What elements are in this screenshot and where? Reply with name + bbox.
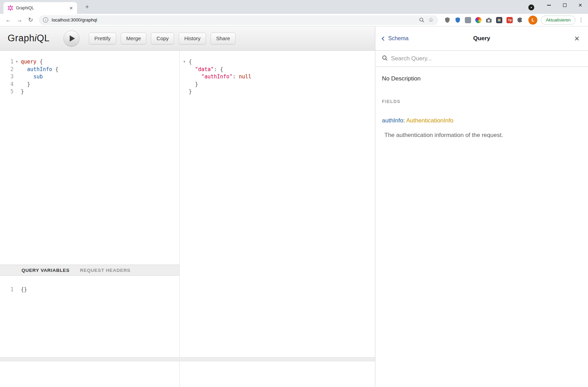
- field-name-link[interactable]: authInfo: [382, 117, 403, 124]
- pinwheel-extension-icon[interactable]: [475, 17, 482, 24]
- url-text: localhost:3000/graphql: [52, 17, 417, 23]
- line-number: 1: [0, 58, 14, 66]
- tp-extension-icon[interactable]: Tp: [506, 17, 513, 24]
- close-window-button[interactable]: ✕: [572, 0, 588, 10]
- code-line: "authInfo": null: [189, 73, 375, 81]
- zoom-icon[interactable]: [417, 16, 426, 25]
- result-fold-arrow-icon[interactable]: ▼: [183, 60, 186, 63]
- merge-button[interactable]: Merge: [121, 33, 147, 44]
- extensions-row: Tp: [444, 17, 523, 24]
- dark-extension-icon[interactable]: [496, 17, 503, 24]
- doc-explorer-header: Schema Query ✕: [375, 26, 588, 51]
- field-type-link[interactable]: AuthenticationInfo: [406, 117, 453, 124]
- minimize-button[interactable]: [541, 0, 557, 10]
- puzzle-extensions-menu-icon[interactable]: [517, 17, 523, 24]
- code-line: {: [189, 58, 375, 66]
- line-number: 4: [0, 81, 14, 88]
- browser-tab[interactable]: GraphiQL ✕: [3, 2, 77, 14]
- browser-menu-kebab-icon[interactable]: ⋮: [577, 15, 585, 25]
- doc-explorer-panel: Schema Query ✕ No Description FIELDS aut…: [375, 26, 588, 387]
- copy-button[interactable]: Copy: [151, 33, 174, 44]
- graphiql-main: 12345 query { authInfo { sub }} ▼ QUERY …: [0, 51, 375, 387]
- browser-navbar: ← → ↻ i localhost:3000/graphql ☆: [0, 14, 588, 26]
- blue-shield-extension-icon[interactable]: [454, 17, 461, 24]
- tab-strip: GraphiQL ✕ + ▾ ✕: [0, 0, 588, 14]
- forward-icon[interactable]: →: [15, 15, 24, 25]
- field-separator: :: [403, 117, 406, 124]
- maximize-button[interactable]: [557, 0, 572, 10]
- query-editor[interactable]: 12345 query { authInfo { sub }} ▼: [0, 51, 179, 265]
- code-line: sub: [21, 73, 58, 81]
- tab-title: GraphiQL: [16, 6, 68, 10]
- url-bar[interactable]: i localhost:3000/graphql ☆: [39, 15, 438, 25]
- code-line: {}: [21, 286, 27, 294]
- doc-back-label: Schema: [388, 35, 409, 42]
- query-editor-column: 12345 query { authInfo { sub }} ▼ QUERY …: [0, 51, 180, 387]
- share-button[interactable]: Share: [211, 33, 236, 44]
- camera-extension-icon[interactable]: [485, 17, 492, 24]
- fold-arrow-icon[interactable]: ▼: [15, 60, 18, 63]
- code-line: }: [189, 88, 375, 96]
- tab-close-icon[interactable]: ✕: [68, 6, 74, 11]
- graphiql-topbar: GraphiQL Prettify Merge Copy History Sha…: [0, 26, 375, 51]
- doc-field-row: authInfo: AuthenticationInfo: [382, 117, 581, 124]
- chevron-left-icon: [382, 36, 386, 41]
- code-line: }: [21, 88, 58, 96]
- line-number: 2: [0, 66, 14, 74]
- graphql-favicon-icon: [8, 5, 13, 11]
- window-controls: ▾ ✕: [528, 0, 588, 10]
- history-button[interactable]: History: [179, 33, 206, 44]
- code-line: query {: [21, 58, 58, 66]
- site-info-icon[interactable]: i: [43, 17, 48, 23]
- line-number: 1: [0, 286, 14, 294]
- search-icon: [382, 55, 388, 62]
- doc-no-description: No Description: [382, 75, 581, 82]
- result-code: { "data": { "authInfo": null }}: [180, 51, 375, 96]
- execute-button[interactable]: [63, 31, 79, 46]
- reload-icon[interactable]: ↻: [26, 15, 35, 25]
- graphiql-left-section: GraphiQL Prettify Merge Copy History Sha…: [0, 26, 375, 387]
- doc-field-description: The authentication information of the re…: [384, 132, 581, 139]
- line-number: 5: [0, 88, 14, 96]
- query-editor-code[interactable]: query { authInfo { sub }}: [19, 51, 58, 265]
- doc-search-row: [375, 51, 588, 67]
- variables-editor-gutter: 1: [0, 276, 19, 387]
- doc-back-link[interactable]: Schema: [382, 35, 409, 42]
- variables-editor-code[interactable]: {}: [19, 276, 27, 387]
- avatar[interactable]: L: [528, 16, 537, 25]
- new-tab-button[interactable]: +: [83, 2, 92, 11]
- bookmark-star-icon[interactable]: ☆: [426, 16, 435, 25]
- graphiql-logo: GraphiQL: [8, 33, 50, 44]
- doc-search-input[interactable]: [391, 55, 581, 62]
- back-icon[interactable]: ←: [3, 15, 13, 25]
- status-badge-icon[interactable]: ▾: [528, 5, 534, 10]
- doc-fields-header: FIELDS: [382, 99, 581, 104]
- query-editor-gutter: 12345: [0, 51, 19, 265]
- variables-title-bar: QUERY VARIABLES REQUEST HEADERS: [0, 265, 179, 276]
- prettify-button[interactable]: Prettify: [89, 33, 116, 44]
- update-button[interactable]: Aktualisieren: [541, 16, 576, 25]
- code-line: "data": {: [189, 66, 375, 74]
- code-line: }: [21, 81, 58, 88]
- doc-title: Query: [473, 35, 490, 42]
- tab-request-headers[interactable]: REQUEST HEADERS: [80, 268, 131, 273]
- tab-query-variables[interactable]: QUERY VARIABLES: [22, 268, 70, 273]
- gray-extension-icon[interactable]: [465, 17, 471, 24]
- code-line: }: [189, 81, 375, 88]
- horizontal-scrollbar[interactable]: [0, 357, 375, 361]
- result-pane: ▼ { "data": { "authInfo": null }}: [180, 51, 375, 387]
- variables-editor[interactable]: 1 {}: [0, 276, 179, 387]
- doc-close-icon[interactable]: ✕: [574, 34, 580, 42]
- code-line: authInfo {: [21, 66, 58, 74]
- play-icon: [70, 35, 75, 42]
- doc-body: No Description FIELDS authInfo: Authenti…: [375, 67, 588, 139]
- line-number: 3: [0, 73, 14, 81]
- shield-extension-icon[interactable]: [444, 17, 451, 24]
- graphiql-app: GraphiQL Prettify Merge Copy History Sha…: [0, 26, 588, 387]
